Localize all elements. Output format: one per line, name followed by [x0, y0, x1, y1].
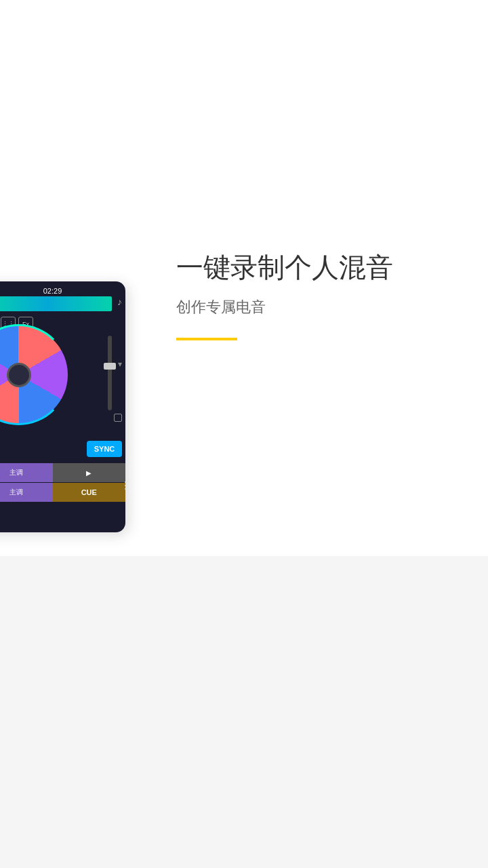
music-note-icon: ♪	[117, 296, 122, 307]
handle-line-3	[125, 488, 125, 490]
bottom-section: 03:41 〜 Disco Heart 02:29 ♪ ◇ ⚙ ○ ⋮⋮ Fx	[0, 556, 488, 868]
vinyl-ring-top	[0, 324, 69, 425]
tablet-top-screen: 02:29 ♪ ⊙ ⋮⋮ Fx ▾ SYNC 主调 ▶ 主调	[0, 281, 125, 532]
hero-title: 一键录制个人混音	[176, 251, 481, 283]
bottom-buttons-row2: 主调 CUE	[0, 483, 125, 502]
hero-subtitle: 创作专属电音	[176, 297, 481, 317]
fader-handle-top[interactable]	[104, 363, 116, 370]
arrow-right-icon: ▾	[118, 359, 122, 369]
hero-text-area: 一键录制个人混音 创作专属电音	[176, 251, 481, 340]
zhudiao-button-2[interactable]: 主调	[0, 483, 53, 502]
handle-lines-top	[125, 481, 125, 490]
bottom-buttons-row1: 主调 ▶	[0, 463, 125, 482]
cue-button-top[interactable]: CUE	[53, 483, 126, 502]
time-display-top: 02:29	[0, 287, 125, 295]
play-button-top[interactable]: ▶	[53, 463, 126, 482]
fader-track-top	[108, 336, 112, 410]
handle-line-1	[125, 481, 125, 483]
top-section: 一键录制个人混音 创作专属电音 02:29 ♪ ⊙ ⋮⋮ Fx ▾ SYNC	[0, 0, 488, 549]
zhudiao-button-1[interactable]: 主调	[0, 463, 53, 482]
hero-accent-line	[176, 338, 237, 340]
handle-line-2	[125, 485, 125, 486]
small-square-top	[114, 414, 122, 422]
waveform-top	[0, 296, 112, 311]
tablet-top: 02:29 ♪ ⊙ ⋮⋮ Fx ▾ SYNC 主调 ▶ 主调	[0, 281, 125, 532]
sync-button-top[interactable]: SYNC	[87, 441, 122, 457]
